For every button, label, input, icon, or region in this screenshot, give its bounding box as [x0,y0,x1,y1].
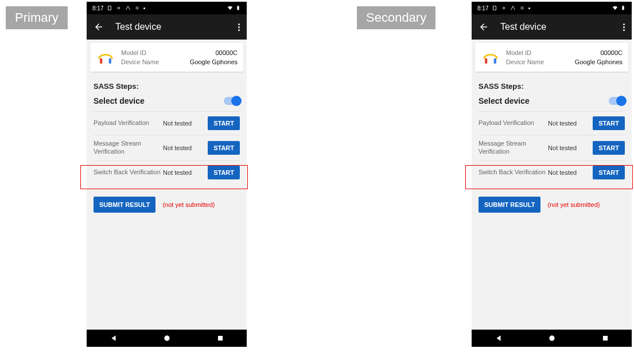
start-button[interactable]: START [208,116,240,130]
card-info: Model ID 00000C Device Name Google Gphon… [506,49,623,65]
test-row-message-stream: Message Stream Verification Not tested S… [479,135,625,161]
debug-icon [492,5,497,11]
select-device-toggle[interactable] [224,97,240,105]
test-name: Switch Back Verification [94,169,163,177]
svg-rect-16 [494,58,496,64]
start-button[interactable]: START [208,141,240,155]
nav-bar [472,330,632,347]
test-status: Not tested [548,169,593,176]
gear-icon [501,5,507,11]
device-name-label: Device Name [121,58,159,65]
battery-icon [235,5,241,11]
sass-section: SASS Steps: Select device Payload Verifi… [472,75,632,220]
nav-back-icon[interactable] [495,334,503,342]
settings-icon [519,5,525,11]
test-name: Message Stream Verification [94,140,163,156]
device-name-row: Device Name Google Gphones [506,58,623,65]
svg-rect-15 [485,58,487,64]
status-bar: 8:17 [87,2,247,14]
sass-section: SASS Steps: Select device Payload Verifi… [87,75,247,220]
not-submitted-label: (not yet submitted) [162,201,215,208]
test-row-payload: Payload Verification Not tested START [94,111,240,135]
model-id-value: 00000C [215,49,238,56]
test-status: Not tested [163,120,208,127]
submit-result-button[interactable]: SUBMIT RESULT [479,197,540,213]
start-button[interactable]: START [208,166,240,179]
model-id-value: 00000C [600,49,623,56]
test-name: Payload Verification [479,119,548,127]
app-bar-title: Test device [500,22,612,32]
status-time: 8:17 [477,5,488,11]
nav-recent-icon[interactable] [216,334,224,342]
model-id-row: Model ID 00000C [121,49,238,56]
back-arrow-icon[interactable] [479,22,489,32]
svg-rect-5 [100,58,102,64]
battery-icon [620,5,626,11]
device-name-label: Device Name [506,58,544,65]
start-button[interactable]: START [593,166,625,179]
submit-row: SUBMIT RESULT (not yet submitted) [94,197,240,213]
device-name-row: Device Name Google Gphones [121,58,238,65]
test-row-switch-back: Switch Back Verification Not tested STAR… [94,161,240,184]
content-area: Model ID 00000C Device Name Google Gphon… [87,40,247,330]
test-row-payload: Payload Verification Not tested START [479,111,625,135]
not-submitted-label: (not yet submitted) [547,201,600,208]
svg-point-2 [136,7,138,9]
model-id-label: Model ID [121,49,146,56]
status-right [227,5,241,11]
status-time: 8:17 [92,5,103,11]
status-left: 8:17 [92,5,145,11]
antenna-icon [510,5,516,11]
wifi-icon [612,5,618,11]
svg-rect-13 [622,6,624,10]
debug-icon [107,5,112,11]
primary-label: Primary [6,6,68,29]
start-button[interactable]: START [593,141,625,155]
nav-back-icon[interactable] [110,334,118,342]
test-row-message-stream: Message Stream Verification Not tested S… [94,135,240,161]
select-device-toggle[interactable] [609,97,625,105]
app-bar-title: Test device [115,22,227,32]
select-device-label: Select device [94,96,145,105]
svg-point-11 [503,7,505,9]
overflow-menu-icon[interactable] [238,24,240,31]
card-info: Model ID 00000C Device Name Google Gphon… [121,49,238,65]
overflow-menu-icon[interactable] [623,24,625,31]
model-id-row: Model ID 00000C [506,49,623,56]
test-status: Not tested [548,144,593,151]
submit-result-button[interactable]: SUBMIT RESULT [94,197,155,213]
dot-icon [528,7,530,9]
secondary-phone: 8:17 Test device Model ID [472,2,632,347]
device-name-value: Google Gphones [190,58,238,65]
app-bar: Test device [472,14,632,40]
device-card: Model ID 00000C Device Name Google Gphon… [90,43,243,72]
select-device-row: Select device [94,96,240,105]
submit-row: SUBMIT RESULT (not yet submitted) [479,197,625,213]
wifi-icon [227,5,233,11]
device-card: Model ID 00000C Device Name Google Gphon… [475,43,628,72]
nav-home-icon[interactable] [163,334,171,342]
settings-icon [134,5,140,11]
svg-point-1 [118,7,120,9]
back-arrow-icon[interactable] [94,22,104,32]
svg-rect-6 [109,58,111,64]
nav-home-icon[interactable] [548,334,556,342]
model-id-label: Model ID [506,49,531,56]
test-name: Switch Back Verification [479,169,548,177]
nav-recent-icon[interactable] [601,334,609,342]
status-bar: 8:17 [472,2,632,14]
svg-rect-10 [493,6,496,10]
nav-bar [87,330,247,347]
svg-rect-4 [238,6,239,6]
primary-label-text: Primary [15,10,59,25]
select-device-label: Select device [479,96,530,105]
gear-icon [116,5,122,11]
start-button[interactable]: START [593,116,625,130]
svg-rect-0 [108,6,111,10]
status-right [612,5,626,11]
sass-steps-title: SASS Steps: [94,82,240,91]
select-device-row: Select device [479,96,625,105]
svg-point-8 [166,337,168,339]
test-status: Not tested [163,169,208,176]
content-area: Model ID 00000C Device Name Google Gphon… [472,40,632,330]
